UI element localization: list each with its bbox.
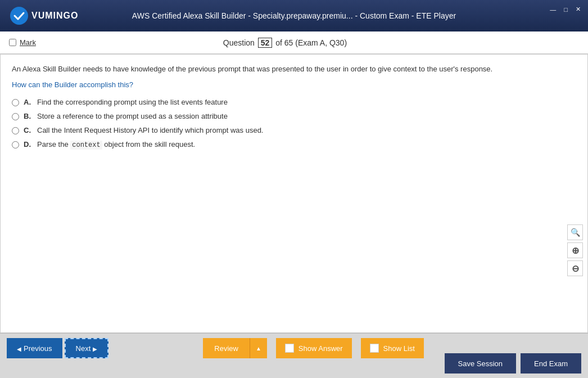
show-answer-checkbox-icon <box>285 344 294 353</box>
option-d-code: context <box>70 141 102 150</box>
options-list: A. Find the corresponding prompt using t… <box>12 98 576 149</box>
question-number: 52 <box>258 38 273 48</box>
question-text: An Alexa Skill Builder needs to have kno… <box>12 64 576 75</box>
show-list-checkbox-icon <box>370 344 379 353</box>
side-toolbar: 🔍 ⊕ ⊖ <box>567 224 583 276</box>
option-c-label: C. <box>24 126 33 134</box>
logo-text: VUMINGO <box>31 11 78 21</box>
zoom-in-button[interactable]: ⊕ <box>567 242 583 258</box>
review-button[interactable]: Review <box>203 338 250 358</box>
end-exam-button[interactable]: End Exam <box>521 353 581 374</box>
search-button[interactable]: 🔍 <box>567 224 583 240</box>
bottom-bar: Previous Next Review Show Answer Show Li… <box>0 333 588 378</box>
list-item: D. Parse the context object from the ski… <box>12 140 576 149</box>
option-b-label: B. <box>24 112 33 120</box>
option-a-label: A. <box>24 98 33 106</box>
zoom-out-button[interactable]: ⊖ <box>567 260 583 276</box>
zoom-in-icon: ⊕ <box>572 245 579 256</box>
maximize-button[interactable]: □ <box>561 5 571 14</box>
zoom-out-icon: ⊖ <box>572 263 579 274</box>
main-content: An Alexa Skill Builder needs to have kno… <box>0 54 588 333</box>
list-item: A. Find the corresponding prompt using t… <box>12 98 576 106</box>
window-controls: — □ ✕ <box>547 4 584 14</box>
next-label: Next <box>76 344 91 353</box>
next-button[interactable]: Next <box>65 338 109 358</box>
option-c-text: Call the Intent Request History API to i… <box>37 126 263 134</box>
prev-arrow-icon <box>17 344 21 353</box>
mark-input[interactable] <box>9 39 16 46</box>
save-session-button[interactable]: Save Session <box>445 353 517 374</box>
header-bar: Mark Question 52 of 65 (Exam A, Q30) <box>0 32 588 54</box>
option-c-radio[interactable] <box>12 127 19 134</box>
show-list-button[interactable]: Show List <box>361 338 424 358</box>
question-of: of 65 (Exam A, Q30) <box>275 38 347 47</box>
question-prompt: How can the Builder accomplish this? <box>12 80 576 89</box>
review-arrow-icon <box>256 344 261 352</box>
list-item: B. Store a reference to the prompt used … <box>12 112 576 120</box>
window-title: AWS Certified Alexa Skill Builder - Spec… <box>132 11 456 20</box>
mark-label: Mark <box>20 38 36 47</box>
previous-button[interactable]: Previous <box>7 338 62 358</box>
option-a-radio[interactable] <box>12 99 19 106</box>
review-dropdown-button[interactable] <box>250 338 267 358</box>
nav-buttons: Previous Next <box>7 338 108 358</box>
title-bar: VUMINGO AWS Certified Alexa Skill Builde… <box>0 0 588 32</box>
show-answer-label: Show Answer <box>298 344 343 353</box>
question-info: Question 52 of 65 (Exam A, Q30) <box>223 38 347 48</box>
svg-point-0 <box>10 7 28 25</box>
list-item: C. Call the Intent Request History API t… <box>12 126 576 134</box>
option-d-label: D. <box>24 140 33 148</box>
bottom-row2: Save Session End Exam <box>445 353 581 374</box>
review-group: Review <box>203 338 267 358</box>
option-a-text: Find the corresponding prompt using the … <box>37 98 228 106</box>
option-b-radio[interactable] <box>12 113 19 120</box>
mark-checkbox[interactable]: Mark <box>9 38 36 47</box>
option-b-text: Store a reference to the prompt used as … <box>37 112 228 120</box>
show-list-label: Show List <box>383 344 415 353</box>
logo: VUMINGO <box>9 6 78 26</box>
next-arrow-icon <box>93 344 97 353</box>
prev-label: Previous <box>24 344 52 353</box>
minimize-button[interactable]: — <box>547 5 559 14</box>
vumingo-logo <box>9 6 29 26</box>
close-button[interactable]: ✕ <box>573 4 584 14</box>
show-answer-button[interactable]: Show Answer <box>276 338 352 358</box>
search-icon: 🔍 <box>571 228 580 237</box>
option-d-radio[interactable] <box>12 141 19 148</box>
option-d-text: Parse the context object from the skill … <box>37 140 195 149</box>
question-label: Question <box>223 38 255 47</box>
